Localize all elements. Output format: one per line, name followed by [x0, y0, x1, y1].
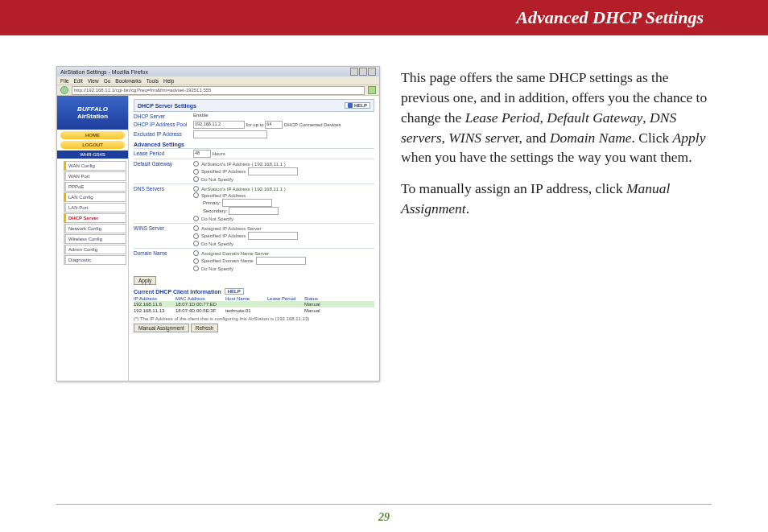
row-excluded: Excluded IP Address — [134, 130, 374, 139]
lease-input[interactable]: 48 — [193, 150, 211, 158]
router-main-panel: DHCP Server Settings HELP DHCP Server En… — [129, 96, 379, 381]
brand-name: BUFFALO — [77, 105, 108, 113]
pool-for-text: for up to — [246, 122, 264, 127]
pool-count-input[interactable]: 64 — [265, 121, 283, 129]
nav-wireless-config[interactable]: Wireless Config — [64, 234, 126, 244]
page-number: 29 — [0, 511, 768, 524]
model-label: WHR-G54S — [57, 151, 128, 159]
dns-opt-airstation[interactable]: AirStation's IP Address ( 192.168.11.1 ) — [193, 186, 374, 192]
gateway-opt-none[interactable]: Do Not Specify — [193, 176, 374, 182]
col-ip: IP Address — [134, 296, 171, 301]
menu-bookmarks[interactable]: Bookmarks — [115, 78, 142, 84]
lease-label: Lease Period — [134, 150, 190, 156]
nav-network-config[interactable]: Network Config — [64, 224, 126, 233]
excluded-label: Excluded IP Address — [134, 130, 190, 137]
product-name: AirStation — [77, 113, 108, 120]
dhcp-server-label: DHCP Server — [134, 113, 190, 119]
pool-tail-text: DHCP Connected Devices — [284, 122, 341, 127]
reload-icon[interactable] — [60, 86, 68, 94]
footer-rule — [56, 504, 712, 505]
apply-button[interactable]: Apply — [134, 276, 156, 285]
wins-opt-assigned[interactable]: Assigned IP Address Server — [193, 225, 374, 231]
col-lease: Lease Period — [267, 296, 299, 301]
dns-opt-specified[interactable]: Specified IP Address — [193, 192, 374, 198]
clients-note: (*) The IP Address of the client that is… — [134, 316, 374, 321]
home-button[interactable]: HOME — [60, 131, 125, 139]
menu-file[interactable]: File — [60, 78, 68, 84]
client-row-1: 192.168.11.6 18:07:1D:00:77:ED Manual — [134, 301, 374, 307]
lease-unit: Hours — [213, 151, 225, 156]
menu-view[interactable]: View — [88, 78, 99, 84]
wins-opt-specified[interactable]: Specified IP Address — [193, 232, 374, 240]
nav-wan-config[interactable]: WAN Config — [64, 161, 126, 171]
nav-admin-config[interactable]: Admin Config — [64, 245, 126, 254]
screenshot-figure: AirStation Settings - Mozilla Firefox Fi… — [56, 66, 380, 381]
maximize-icon[interactable] — [359, 68, 367, 76]
excluded-input[interactable] — [193, 130, 267, 138]
menu-help[interactable]: Help — [163, 78, 174, 84]
title-band: Advanced DHCP Settings — [0, 0, 768, 35]
nav-pppoe[interactable]: PPPoE — [64, 182, 126, 192]
row-ip-pool: DHCP IP Address Pool 192.168.11.2 for up… — [134, 120, 374, 130]
term-default-gateway: De­fault Gateway — [547, 109, 642, 126]
menu-edit[interactable]: Edit — [73, 78, 82, 84]
browser-menubar: File Edit View Go Bookmarks Tools Help — [57, 76, 379, 85]
dns-secondary-input[interactable] — [229, 207, 279, 215]
logout-button[interactable]: LOGOUT — [60, 141, 125, 149]
gateway-opt-specified[interactable]: Specified IP Address — [193, 167, 374, 175]
term-wins-server: WINS serve — [448, 130, 514, 146]
gateway-label: Default Gateway — [134, 160, 190, 167]
ip-pool-label: DHCP IP Address Pool — [134, 121, 190, 127]
url-input[interactable]: http://192.168.11.1/cgi-bin/cgi?req=frm&… — [72, 86, 365, 95]
domain-opt-none[interactable]: Do Not Specify — [193, 266, 374, 271]
client-row-2: 192.168.11.13 18:07:4D:00:5E:3F technote… — [134, 307, 374, 314]
wins-opt-none[interactable]: Do Not Specify — [193, 241, 374, 246]
nav-dhcp-server[interactable]: DHCP Server — [64, 213, 126, 223]
row-dhcp-server: DHCP Server Enable — [134, 112, 374, 120]
help-button[interactable]: HELP — [345, 102, 370, 109]
nav-diagnostic[interactable]: Diagnostic — [64, 255, 126, 265]
wins-label: WINS Server — [134, 225, 190, 231]
pool-start-input[interactable]: 192.168.11.2 — [193, 121, 245, 129]
panel-header: DHCP Server Settings HELP — [134, 99, 374, 112]
go-icon[interactable] — [368, 86, 376, 94]
dns-primary-input[interactable] — [222, 199, 272, 207]
refresh-button[interactable]: Refresh — [191, 324, 219, 332]
col-status: Status — [304, 296, 318, 301]
clients-help-button[interactable]: HELP — [225, 288, 244, 295]
browser-addressbar: http://192.168.11.1/cgi-bin/cgi?req=frm&… — [57, 85, 379, 96]
row-domain: Domain Name Assigned Domain Name Server … — [134, 248, 374, 273]
dns-primary-label: Primary: — [203, 200, 221, 205]
advanced-settings-header: Advanced Settings — [134, 142, 374, 147]
col-mac: MAC Address — [175, 296, 221, 301]
domain-name-input[interactable] — [256, 257, 306, 265]
domain-opt-specified[interactable]: Specified Domain Name — [193, 257, 374, 265]
minimize-icon[interactable] — [350, 68, 358, 76]
gateway-opt-airstation[interactable]: AirStation's IP Address ( 192.168.11.1 ) — [193, 161, 374, 167]
nav-lan-config[interactable]: LAN Config — [64, 192, 126, 202]
manual-assignment-button[interactable]: Manual Assignment — [134, 324, 189, 332]
menu-go[interactable]: Go — [104, 78, 111, 84]
window-title: AirStation Settings - Mozilla Firefox — [60, 69, 148, 75]
term-apply: Apply — [673, 130, 706, 146]
term-lease-period: Lease Period — [465, 109, 540, 126]
term-domain-name: Domain Name — [550, 130, 632, 146]
nav-lan-port[interactable]: LAN Port — [64, 203, 126, 212]
page-title: Advanced DHCP Settings — [516, 7, 704, 28]
dhcp-server-value: Enable — [193, 113, 374, 118]
domain-label: Domain Name — [134, 250, 190, 256]
close-icon[interactable] — [368, 68, 376, 76]
clients-header: Current DHCP Client Information — [134, 289, 221, 295]
nav-wan-port[interactable]: WAN Port — [64, 171, 126, 181]
col-host: Host Name — [225, 296, 262, 301]
row-dns: DNS Servers AirStation's IP Address ( 19… — [134, 184, 374, 223]
paragraph-1: This page offers the same DHCP settings … — [401, 68, 720, 167]
dns-label: DNS Servers — [134, 185, 190, 192]
paragraph-2: To manually assign an IP address, click … — [401, 179, 720, 219]
menu-tools[interactable]: Tools — [147, 78, 159, 84]
window-titlebar: AirStation Settings - Mozilla Firefox — [57, 67, 379, 76]
domain-opt-assigned[interactable]: Assigned Domain Name Server — [193, 250, 374, 256]
gateway-ip-input[interactable] — [248, 167, 298, 175]
dns-opt-none[interactable]: Do Not Specify — [193, 216, 374, 221]
wins-ip-input[interactable] — [248, 232, 298, 240]
